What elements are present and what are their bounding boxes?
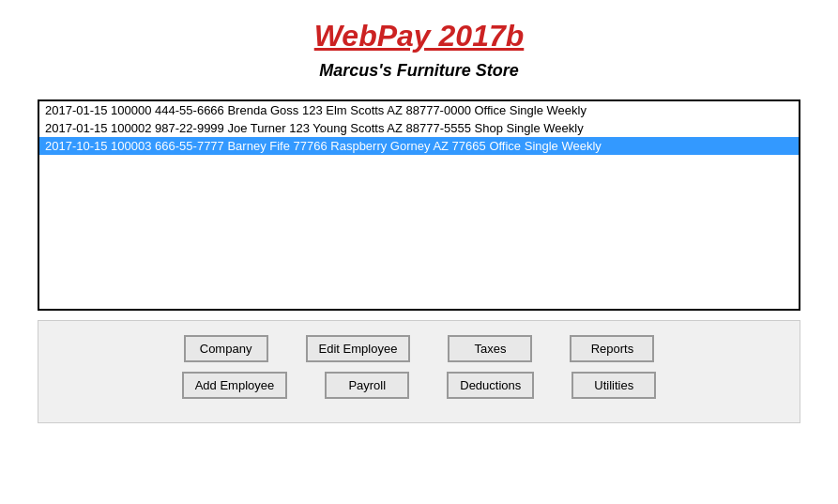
payroll-button[interactable]: Payroll <box>325 372 409 399</box>
employee-list[interactable]: 2017-01-15 100000 444-55-6666 Brenda Gos… <box>38 99 800 311</box>
main-content: 2017-01-15 100000 444-55-6666 Brenda Gos… <box>0 90 838 433</box>
header: WebPay 2017b Marcus's Furniture Store <box>0 0 838 90</box>
company-name: Marcus's Furniture Store <box>0 61 838 81</box>
buttons-panel: Company Edit Employee Taxes Reports Add … <box>38 320 800 423</box>
add-employee-button[interactable]: Add Employee <box>182 372 288 399</box>
list-item[interactable]: 2017-01-15 100000 444-55-6666 Brenda Gos… <box>39 101 799 119</box>
utilities-button[interactable]: Utilities <box>571 372 656 399</box>
taxes-button[interactable]: Taxes <box>448 335 532 362</box>
reports-button[interactable]: Reports <box>570 335 654 362</box>
buttons-row-1: Company Edit Employee Taxes Reports <box>57 335 781 362</box>
edit-employee-button[interactable]: Edit Employee <box>306 335 411 362</box>
company-button[interactable]: Company <box>184 335 268 362</box>
buttons-row-2: Add Employee Payroll Deductions Utilitie… <box>57 372 781 399</box>
deductions-button[interactable]: Deductions <box>447 372 534 399</box>
list-item[interactable]: 2017-10-15 100003 666-55-7777 Barney Fif… <box>39 137 799 155</box>
list-item[interactable]: 2017-01-15 100002 987-22-9999 Joe Turner… <box>39 119 799 137</box>
app-title: WebPay 2017b <box>0 19 838 53</box>
